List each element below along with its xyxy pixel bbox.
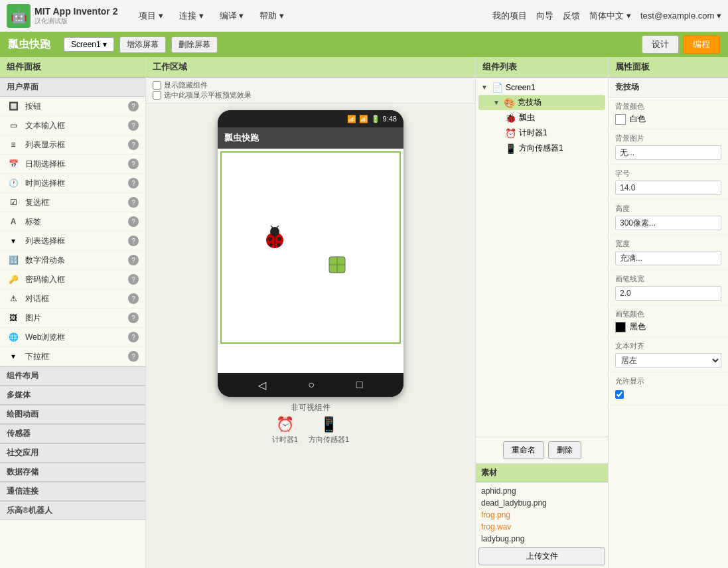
section-social[interactable]: 社交应用 — [0, 443, 145, 462]
label-help[interactable]: ? — [128, 216, 139, 227]
comp-textbox[interactable]: ▭ 文本输入框 ? — [0, 116, 145, 135]
section-connect[interactable]: 通信连接 — [0, 482, 145, 501]
code-mode-button[interactable]: 编程 — [683, 35, 720, 54]
material-aphid[interactable]: aphid.png — [478, 485, 605, 497]
tree-item-timer[interactable]: ⏰ 计时器1 — [478, 125, 605, 141]
material-dead-ladybug[interactable]: dead_ladybug.png — [478, 497, 605, 509]
material-frog-wav[interactable]: frog.wav — [478, 521, 605, 533]
feedback-link[interactable]: 反馈 — [563, 10, 580, 22]
comp-slider[interactable]: 🔢 数字滑动条 ? — [0, 251, 145, 270]
language-selector[interactable]: 简体中文 ▾ — [589, 10, 631, 22]
comp-listview[interactable]: ≡ 列表显示框 ? — [0, 135, 145, 155]
timepicker-help[interactable]: ? — [128, 178, 139, 188]
tablet-preview-checkbox[interactable] — [153, 91, 161, 100]
slider-help[interactable]: ? — [128, 255, 139, 265]
comp-dialog[interactable]: ⚠ 对话框 ? — [0, 289, 145, 309]
textbox-help[interactable]: ? — [128, 120, 139, 131]
show-hidden-option[interactable]: 显示隐藏组件 — [153, 80, 469, 90]
section-data[interactable]: 数据存储 — [0, 462, 145, 482]
tree-item-orientation[interactable]: 📱 方向传感器1 — [478, 141, 605, 156]
timer-item[interactable]: ⏰ 计时器1 — [272, 416, 298, 445]
orientation-item[interactable]: 📱 方向传感器1 — [309, 416, 349, 445]
frog-sprite[interactable] — [328, 255, 346, 278]
tree-actions: 重命名 删除 — [476, 437, 608, 463]
add-screen-button[interactable]: 增添屏幕 — [119, 36, 166, 53]
tablet-preview-option[interactable]: 选中此项显示平板预览效果 — [153, 90, 469, 100]
screen-selector[interactable]: Screen1 ▾ — [64, 37, 114, 52]
section-ui[interactable]: 用户界面 — [0, 78, 145, 97]
height-input[interactable] — [615, 216, 721, 230]
my-projects-link[interactable]: 我的项目 — [492, 10, 527, 22]
listview-help[interactable]: ? — [128, 139, 139, 150]
visible-checkbox[interactable] — [615, 390, 624, 399]
comp-spinner[interactable]: ▾ 下拉框 ? — [0, 347, 145, 366]
tree-item-bug[interactable]: 🐞 瓢虫 — [478, 110, 605, 125]
listpicker-help[interactable]: ? — [128, 236, 139, 246]
canvas-toggle[interactable]: ▼ — [493, 99, 501, 107]
datepicker-icon: 📅 — [7, 157, 20, 171]
ladybug-sprite[interactable] — [261, 226, 288, 255]
bg-color-row: 白色 — [615, 113, 721, 125]
timer-tree-icon: ⏰ — [505, 128, 516, 139]
phone-preview: 📶 📶 🔋 9:48 瓢虫快跑 — [218, 110, 403, 397]
canvas-area[interactable] — [220, 151, 401, 344]
menu-compile[interactable]: 编译 ▾ — [214, 7, 250, 25]
comp-image[interactable]: 🖼 图片 ? — [0, 309, 145, 328]
screen1-toggle[interactable]: ▼ — [481, 84, 489, 92]
upload-file-button[interactable]: 上传文件 — [478, 547, 605, 565]
menu-connect[interactable]: 连接 ▾ — [174, 7, 209, 25]
menu-project[interactable]: 项目 ▾ — [133, 7, 169, 25]
comp-passwordbox[interactable]: 🔑 密码输入框 ? — [0, 270, 145, 289]
props-header: 属性面板 — [609, 57, 728, 78]
section-layout[interactable]: 组件布局 — [0, 366, 145, 386]
button-help[interactable]: ? — [128, 101, 139, 111]
passwordbox-help[interactable]: ? — [128, 274, 139, 285]
show-hidden-checkbox[interactable] — [153, 81, 161, 90]
delete-screen-button[interactable]: 删除屏幕 — [171, 36, 218, 53]
dialog-help[interactable]: ? — [128, 293, 139, 304]
comp-listpicker[interactable]: ▾ 列表选择框 ? — [0, 232, 145, 251]
font-size-input[interactable] — [615, 180, 721, 195]
text-align-select[interactable]: 居左 居中 居右 — [615, 353, 721, 368]
user-menu[interactable]: test@example.com ▾ — [640, 11, 721, 21]
section-draw[interactable]: 绘图动画 — [0, 405, 145, 424]
menu-help[interactable]: 帮助 ▾ — [254, 7, 289, 25]
width-input[interactable] — [615, 251, 721, 265]
screen1-label: Screen1 — [506, 83, 536, 92]
datepicker-help[interactable]: ? — [128, 159, 139, 169]
back-button[interactable]: ◁ — [258, 379, 266, 391]
material-frog-png[interactable]: frog.png — [478, 509, 605, 521]
image-help[interactable]: ? — [128, 313, 139, 323]
section-media[interactable]: 多媒体 — [0, 386, 145, 405]
comp-button[interactable]: 🔲 按钮 ? — [0, 97, 145, 116]
recents-button[interactable]: □ — [356, 379, 363, 391]
checkbox-help[interactable]: ? — [128, 197, 139, 208]
section-lego[interactable]: 乐高®机器人 — [0, 501, 145, 520]
bg-image-input[interactable] — [615, 145, 721, 160]
design-mode-button[interactable]: 设计 — [642, 35, 679, 54]
rename-button[interactable]: 重命名 — [503, 441, 544, 459]
stroke-width-input[interactable] — [615, 286, 721, 301]
section-sensor[interactable]: 传感器 — [0, 424, 145, 443]
material-ladybug[interactable]: ladybug.png — [478, 533, 605, 545]
guide-link[interactable]: 向导 — [536, 10, 553, 22]
delete-button[interactable]: 删除 — [548, 441, 581, 459]
canvas-label: 竞技场 — [518, 97, 542, 108]
comp-label[interactable]: A 标签 ? — [0, 212, 145, 232]
spinner-help[interactable]: ? — [128, 351, 139, 362]
comp-timepicker[interactable]: 🕐 时间选择框 ? — [0, 174, 145, 193]
webview-help[interactable]: ? — [128, 332, 139, 342]
bg-color-swatch[interactable] — [615, 114, 626, 125]
tree-item-screen1[interactable]: ▼ 📄 Screen1 — [478, 80, 605, 95]
comp-checkbox[interactable]: ☑ 复选框 ? — [0, 193, 145, 212]
comp-datepicker[interactable]: 📅 日期选择框 ? — [0, 155, 145, 174]
comp-webview[interactable]: 🌐 Web浏览框 ? — [0, 328, 145, 347]
dialog-icon: ⚠ — [7, 292, 20, 305]
stroke-color-swatch[interactable] — [615, 322, 626, 332]
webview-label: Web浏览框 — [25, 332, 123, 343]
phone-bottom-area — [218, 346, 403, 373]
home-button[interactable]: ○ — [308, 379, 315, 391]
prop-width: 宽度 — [609, 235, 728, 270]
label-label: 标签 — [25, 216, 123, 228]
tree-item-canvas[interactable]: ▼ 🎨 竞技场 — [478, 95, 605, 110]
